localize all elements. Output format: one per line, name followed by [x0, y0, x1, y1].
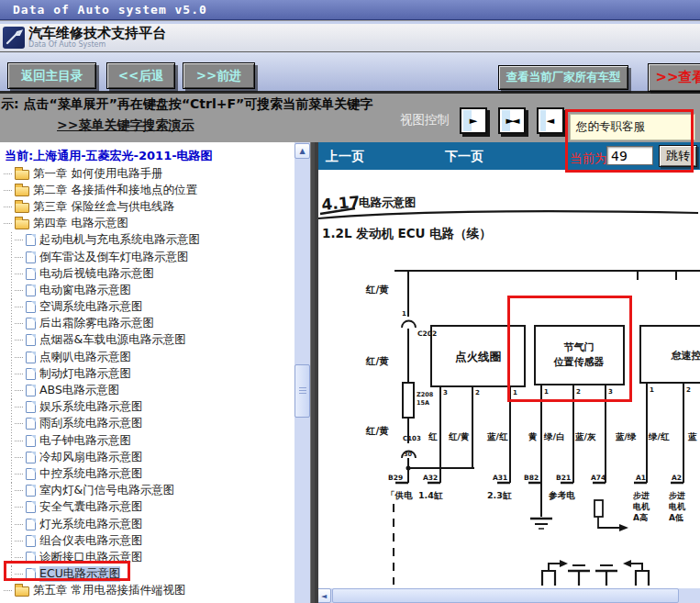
tree-item-icon	[26, 334, 36, 346]
view-more-button[interactable]: >>查看	[648, 63, 700, 92]
tree-item[interactable]: 娱乐系统电路示意图	[0, 399, 294, 416]
terminal-function: A低	[669, 513, 683, 522]
tree-item[interactable]: 起动电机与充电系统电路示意图	[0, 232, 294, 249]
tree-item[interactable]: 点烟器&车载电源电路示意图	[0, 332, 294, 349]
tree-item-icon	[15, 203, 29, 213]
content-hscrollbar-thumb[interactable]	[332, 588, 679, 603]
terminal: A32	[423, 474, 438, 482]
tree-branch-stub	[4, 590, 12, 591]
home-button[interactable]: 返回主目录	[7, 62, 96, 89]
keyword-search-demo-link[interactable]: >>菜单关键字搜索演示	[57, 117, 194, 134]
wire-color: 绿/红	[648, 431, 670, 441]
tree-branch-stub	[15, 441, 23, 441]
view-models-button[interactable]: 查看当前厂家所有车型	[498, 65, 628, 90]
wire-color: 蓝/灰	[574, 431, 596, 441]
tree-branch-stub	[15, 507, 23, 508]
tree-item-label: ABS电路示意图	[39, 383, 119, 398]
arrows-center-icon: ►◄	[506, 115, 518, 127]
forward-button[interactable]: >>前进	[183, 62, 255, 89]
tree-item-icon	[26, 452, 36, 463]
tree-item-icon	[26, 519, 36, 530]
connector-label: C103	[403, 435, 421, 442]
wire-label: 红/黄	[365, 425, 389, 436]
toolbar: 返回主目录 <<后退 >>前进 查看当前厂家所有车型 >>查看	[0, 52, 700, 94]
service-banner: 您的专职客服	[570, 114, 695, 140]
tree-item[interactable]: 冷却风扇电路示意图	[0, 449, 294, 465]
tree-item[interactable]: 室内灯&门信号电路示意图	[0, 483, 294, 499]
expand-left-pane-button[interactable]: ◄	[537, 107, 564, 134]
tree-item[interactable]: 空调系统电路示意图	[0, 299, 294, 316]
box-label-throttle-sensor: 节气门	[564, 341, 594, 353]
chapter-tree: 第一章 如何使用电路手册 第二章 各接插件和接地点的位置 第三章 保险丝盒与供电…	[0, 165, 294, 599]
tree-item[interactable]: 灯光系统电路示意图	[0, 516, 294, 532]
tree-item-icon	[26, 552, 36, 564]
tree-item-label: 电动后视镜电路示意图	[39, 266, 154, 282]
pin-number: 3	[608, 388, 613, 396]
tree-item[interactable]: 电动窗电路示意图	[0, 282, 294, 298]
tree-item[interactable]: 第三章 保险丝盒与供电线路	[0, 198, 294, 215]
tree-item[interactable]: 点喇叭电路示意图	[0, 349, 294, 365]
tree-branch-stub	[15, 374, 23, 374]
tree-item[interactable]: 电子钟电路示意图	[0, 432, 294, 449]
tree-branch-stub	[15, 340, 23, 341]
pin-number: 1	[513, 389, 517, 396]
window-title: Data of Auto system v5.0	[0, 3, 207, 17]
tree-item[interactable]: ECU电路示意图	[0, 566, 294, 583]
wire-color: 蓝	[687, 431, 697, 441]
sidebar: 当前:上海通用-五菱宏光-2011-电路图 第一章 如何使用电路手册 第二章 各…	[0, 142, 311, 603]
tree-item-icon	[26, 468, 36, 480]
tree-item-label: 第五章 常用电器接插件端视图	[33, 583, 185, 598]
tree-item[interactable]: 第二章 各接插件和接地点的位置	[0, 182, 294, 198]
tree-item-icon	[26, 568, 36, 580]
page-number-input[interactable]	[606, 146, 653, 165]
tree-item-label: 诊断接口电路示意图	[39, 550, 143, 565]
brand-title: 汽车维修技术支持平台	[28, 27, 166, 40]
back-button[interactable]: <<后退	[106, 62, 175, 89]
tree-item-label: 灯光系统电路示意图	[39, 517, 143, 532]
tree-item[interactable]: 中控系统电路示意图	[0, 465, 294, 482]
scroll-left-button[interactable]: ◄	[317, 588, 331, 603]
tree-item[interactable]: 倒车雷达及倒车灯电路示意图	[0, 249, 294, 265]
tree-item[interactable]: 第一章 如何使用电路手册	[0, 165, 294, 182]
tree-branch-stub	[15, 307, 23, 307]
brand-subtitle: Data Of Auto System	[28, 40, 166, 49]
tree-item[interactable]: 电动后视镜电路示意图	[0, 265, 294, 282]
tree-item[interactable]: 诊断接口电路示意图	[0, 549, 294, 565]
tree-branch-stub	[15, 423, 23, 424]
split-panes-button[interactable]: ►◄	[498, 107, 526, 134]
tree-item-label: 冷却风扇电路示意图	[39, 450, 143, 465]
page-navigation-bar: 上一页 下一页 当前为 跳转	[315, 142, 700, 170]
tree-branch-stub	[15, 541, 23, 542]
terminal: A2	[672, 474, 682, 482]
tree-item[interactable]: 安全气囊电路示意图	[0, 499, 294, 516]
prev-page-link[interactable]: 上一页	[326, 149, 364, 165]
tree-item[interactable]: 第五章 常用电器接插件端视图	[0, 583, 294, 599]
tree-branch-stub	[15, 390, 23, 391]
sidebar-scrollbar-thumb[interactable]	[294, 364, 310, 418]
tree-item[interactable]: 雨刮系统电路示意图	[0, 416, 294, 432]
fuse-label: Z208	[417, 391, 434, 398]
terminal: A1	[636, 474, 646, 482]
tree-item-label: 倒车雷达及倒车灯电路示意图	[39, 250, 189, 265]
connector-pin: 1	[402, 310, 406, 318]
tree-item[interactable]: 制动灯电路示意图	[0, 365, 294, 382]
tree-branch-stub	[15, 323, 23, 324]
tree-item-label: 点烟器&车载电源电路示意图	[39, 332, 186, 348]
next-page-link[interactable]: 下一页	[445, 149, 483, 165]
tree-branch-stub	[4, 190, 12, 191]
app-window: Data of Auto system v5.0 汽车维修技术支持平台 Data…	[0, 0, 700, 603]
tree-item[interactable]: ABS电路示意图	[0, 382, 294, 398]
jump-button[interactable]: 跳转	[659, 145, 697, 167]
scroll-up-button[interactable]: ▲	[294, 143, 310, 159]
tree-item-icon	[26, 268, 36, 280]
tree-item[interactable]: 后出霜除雾电路示意图	[0, 316, 294, 332]
tree-item[interactable]: 组合仪表电路示意图	[0, 532, 294, 549]
tree-item-icon	[26, 368, 36, 380]
tree-branch-stub	[4, 207, 12, 207]
tree-branch-stub	[15, 457, 23, 458]
expand-right-pane-button[interactable]: ►	[460, 107, 487, 134]
tree-item-label: 娱乐系统电路示意图	[39, 399, 143, 415]
tree-item[interactable]: 第四章 电路示意图	[0, 216, 294, 232]
tree-item-label: 室内灯&门信号电路示意图	[39, 483, 174, 498]
terminal-function: 步进	[632, 491, 650, 500]
